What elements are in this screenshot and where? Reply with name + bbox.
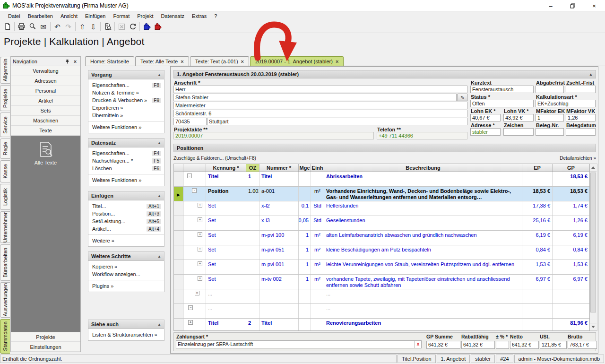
menu-extras[interactable]: Extras [188,12,210,20]
table-row-more[interactable]: » ... ... [174,304,589,319]
module-tab-service[interactable]: Service [0,113,10,137]
alle-texte-icon[interactable] [39,141,53,157]
action-weitere-funktionen-datensatz[interactable]: Weitere Funktionen » [88,176,164,184]
restore-button[interactable] [562,0,583,11]
action-listen-strukturansichten[interactable]: Listen & Strukturansichten » [88,331,164,338]
table-row-set[interactable]: + Set x-l3 0,05 Std Gesellenstunden 25,1… [174,216,589,231]
module-tab-auswertungen[interactable]: Auswertungen [0,282,10,318]
action-nachschlagen[interactable]: Nachschlagen... *F5 [88,157,164,165]
menu-hilfe[interactable]: ? [210,12,221,20]
expand-expander-icon[interactable]: + [198,247,202,251]
action-weitere-funktionen-vorgang[interactable]: Weitere Funktionen » [88,123,164,131]
close-button[interactable]: × [583,0,605,11]
detailansichten-link[interactable]: Detailansichten » [560,156,596,161]
zeichen-field[interactable] [503,128,534,136]
nav-item-sets[interactable]: Sets [11,106,80,116]
lohn-ek-field[interactable]: 40,67 € [470,114,501,121]
module-tab-logistik[interactable]: Logistik [0,184,10,210]
action-weitere-einfuegen[interactable]: Weitere » [88,237,164,244]
close-tab-icon[interactable]: × [181,59,183,64]
beruf-field[interactable]: Malermeister [173,102,467,109]
ust-field[interactable]: 121,85 € [540,341,567,349]
expand-expander-icon[interactable]: + [188,320,193,325]
col-gp[interactable]: GP [553,164,589,172]
belegdatum-field[interactable] [566,128,596,136]
menu-format[interactable]: Format [109,12,133,20]
clear-zahlungsart-icon[interactable]: x [415,340,422,348]
table-row-set[interactable]: + Set x-l2 0,1 Std Helferstunden 17,38 €… [174,201,589,216]
move-down-button[interactable]: ⇩ [88,21,99,32]
cancel-button[interactable] [116,21,127,32]
selected-row-marker[interactable]: ▶ [174,187,183,201]
nav-item-adressen[interactable]: Adressen [11,76,80,86]
panel-siehe-auch-header[interactable]: Siehe auch▲ [88,320,164,329]
minimize-button[interactable]: – [540,0,562,11]
tab-texte-text-a001[interactable]: Texte: Text (a-001)× [190,56,249,66]
preview-button[interactable] [102,21,113,32]
menu-einfuegen[interactable]: Einfügen [81,12,109,20]
panel-vorgang-header[interactable]: Vorgang▲ [88,70,164,79]
nav-item-einstellungen[interactable]: Einstellungen [11,342,80,352]
close-tab-icon[interactable]: × [241,59,244,64]
action-set-leistung-einfuegen[interactable]: Set/Leistung...Alt+5 [88,217,164,225]
action-position-einfuegen[interactable]: Position...Alt+3 [88,210,164,217]
new-document-button[interactable] [2,21,13,32]
zuschlaege-faktoren-link[interactable]: Zuschläge & Faktoren... (Umschalt+F8) [173,156,256,161]
table-row-more[interactable]: » ... ... [174,289,589,304]
action-kopieren[interactable]: Kopieren » [88,263,164,270]
panel-weitere-schritte-header[interactable]: Weitere Schritte▲ [88,252,164,261]
lohn-vk-field[interactable]: 43,92 € [503,114,534,121]
scroll-up-button[interactable] [590,164,596,172]
search-button[interactable] [27,21,38,32]
kurztext-field[interactable]: Fensteraustausch [470,86,534,93]
collapse-expander-icon[interactable]: - [187,173,192,178]
table-row-set[interactable]: + Set m-tv 002 1 m² vorhandene Tapete, z… [174,275,589,289]
action-uebermitteln[interactable]: Übermitteln » [88,112,164,119]
plugin-blue-button[interactable] [141,21,152,32]
gp-summe-field[interactable]: 641,32 € [426,341,460,349]
tab-home-startseite[interactable]: Home: Startseite [85,56,134,66]
collapse-expander-icon[interactable]: - [192,188,197,193]
action-workflow-anzeigen[interactable]: Workflow anzeigen... [88,270,164,278]
table-row-set[interactable]: + Set m-pvi 100 1 m² alten Leimfarbenans… [174,231,589,245]
module-tab-regie[interactable]: Regie [0,139,10,159]
action-artikel-einfuegen[interactable]: Artikel...Alt+4 [88,225,164,233]
vertical-scrollbar[interactable] [590,164,597,331]
module-tab-projekte[interactable]: Projekte [0,85,10,111]
adresse-field[interactable]: stabler [470,128,501,136]
nav-item-texte[interactable]: Texte [11,126,80,136]
table-row-titel-2[interactable]: + Titel 2 Titel Renovierungsarbeiten 81,… [174,319,589,331]
table-row-position-selected[interactable]: ▶ - Position 1.001 a-001 m² Vorhandene E… [174,187,589,201]
pin-icon[interactable] [65,59,72,64]
module-tab-allgemein[interactable]: Allgemein [0,57,10,84]
panel-datensatz-header[interactable]: Datensatz▲ [88,139,164,147]
expand-expander-icon[interactable]: + [198,276,202,281]
anrede-field[interactable]: Herr [173,86,467,93]
nav-item-verwaltung[interactable]: Verwaltung [11,66,80,76]
mail-button[interactable]: ✉ [38,21,49,32]
edit-address-button[interactable]: ✎ [458,94,467,101]
rabattfaehig-field[interactable]: 641,32 € [461,341,495,349]
module-tab-stammdaten[interactable]: Stammdaten [0,319,10,354]
nav-item-projekte[interactable]: Projekte [11,332,80,342]
col-kennung[interactable]: Kennung * [206,164,246,172]
collapse-icon[interactable]: ▲ [589,72,593,77]
nav-item-maschinen[interactable]: Maschinen [11,116,80,126]
nav-item-personal[interactable]: Personal [11,86,80,96]
mfaktor-vk-field[interactable]: 1,26 [566,114,596,121]
expand-expander-icon[interactable]: + [198,232,202,237]
strasse-field[interactable]: Schöntalerstr. 6 [173,110,467,117]
table-row-set[interactable]: + Set m-pvi 051 1 m² kleine Beschädigung… [174,245,589,260]
active-view-label[interactable]: Alle Texte [35,160,57,165]
zahlungsart-field[interactable]: Einzeleinzug per SEPA-Lastschrift [176,340,415,348]
col-oz[interactable]: OZ [246,164,259,172]
close-navigation-icon[interactable]: × [72,59,78,64]
expand-expander-icon[interactable]: + [198,217,202,222]
action-loeschen[interactable]: LöschenF6 [88,165,164,172]
menu-ansicht[interactable]: Ansicht [57,12,81,20]
status-field[interactable]: Offen [470,100,534,107]
undo-button[interactable]: ↶ [52,21,63,32]
ort-field[interactable]: Stuttgart [207,118,467,125]
print-button[interactable] [16,21,27,32]
col-ep[interactable]: EP [522,164,553,172]
